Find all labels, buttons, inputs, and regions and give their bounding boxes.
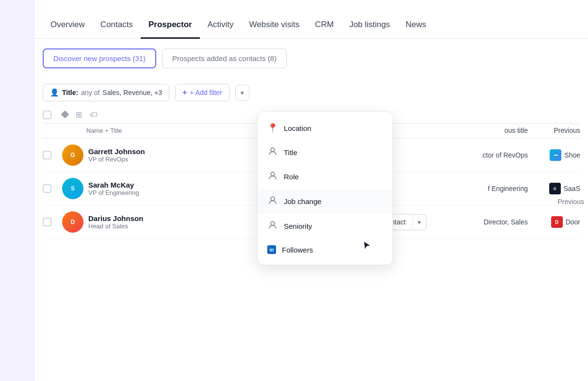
grid-plus-icon[interactable]: ⊞ (76, 110, 82, 119)
company-name: Shoe (564, 151, 580, 159)
filter-values: Sales, Revenue, +3 (102, 89, 162, 96)
tab-buttons: Discover new prospects (31) Prospects ad… (35, 39, 588, 78)
dropdown-item-role[interactable]: Role (258, 164, 392, 189)
select-all-checkbox[interactable] (43, 111, 51, 119)
svg-point-1 (271, 172, 275, 176)
tab-overview[interactable]: Overview (43, 20, 93, 39)
dropdown-item-label: Title (284, 148, 297, 157)
chevron-down-icon: ▾ (241, 89, 244, 96)
dropdown-item-label: Seniority (284, 222, 312, 230)
svg-point-3 (271, 222, 275, 225)
prev-title: f Engineering (413, 185, 528, 192)
filter-bar: 👤 Title: any of Sales, Revenue, +3 + + A… (35, 78, 588, 105)
added-btn[interactable]: Prospects added as contacts (8) (162, 48, 287, 68)
prev-company: D Door (532, 216, 580, 228)
chevron-down-icon: ▾ (418, 219, 421, 226)
svg-point-0 (271, 148, 275, 152)
person-icon (267, 221, 278, 232)
dropdown-item-label: Job change (284, 197, 322, 206)
tab-prospector[interactable]: Prospector (141, 20, 200, 39)
person-icon (267, 196, 278, 207)
plus-icon: + (182, 88, 187, 97)
location-icon: 📍 (267, 123, 278, 133)
prev-title: ctor of RevOps (413, 151, 528, 159)
add-contact-split-button[interactable]: ▾ (412, 214, 426, 230)
dropdown-item-label: Location (284, 124, 311, 132)
avatar: D (62, 211, 83, 233)
dropdown-item-label: Role (284, 173, 299, 181)
dropdown-item-followers[interactable]: in Followers (258, 238, 392, 261)
diamond-header-icon (62, 111, 68, 119)
filter-operator: any of (81, 89, 99, 96)
company-logo (550, 149, 561, 161)
dropdown-item-seniority[interactable]: Seniority (258, 214, 392, 238)
dropdown-item-title[interactable]: Title (258, 140, 392, 164)
person-title: Head of Sales (88, 222, 143, 230)
add-filter-button[interactable]: + + Add filter (175, 84, 229, 101)
dropdown-item-label: Followers (282, 246, 313, 254)
person-icon: 👤 (50, 88, 59, 97)
title-filter[interactable]: 👤 Title: any of Sales, Revenue, +3 (43, 84, 169, 101)
person-name: Darius Johnson (88, 214, 143, 222)
linkedin-icon: in (267, 245, 276, 254)
person-icon (267, 147, 278, 158)
company-name: Door (566, 218, 580, 226)
prev-title-col-header: ous title (450, 127, 528, 134)
prev-title: Director, Sales (436, 218, 528, 226)
previous-col-header: Previous (532, 127, 580, 134)
filter-label: Title: (62, 89, 78, 96)
person-name: Sarah McKay (88, 181, 139, 189)
person-title: VP of RevOps (88, 156, 145, 163)
add-filter-label: + Add filter (190, 89, 222, 96)
person-info: Sarah McKay VP of Engineering (88, 181, 139, 196)
previous-label: Previous (554, 194, 588, 209)
nav-tabs: Overview Contacts Prospector Activity We… (35, 0, 588, 39)
company-logo: D (551, 216, 563, 228)
company-logo: ⊙ (549, 183, 561, 194)
row3-checkbox[interactable] (43, 218, 51, 226)
tab-job-listings[interactable]: Job listings (342, 20, 398, 39)
person-name: Garrett Johnson (88, 147, 145, 156)
tab-contacts[interactable]: Contacts (93, 20, 141, 39)
person-title: VP of Engineering (88, 189, 139, 196)
svg-point-2 (271, 197, 275, 201)
sidebar-accent (0, 0, 35, 381)
avatar: S (62, 178, 83, 199)
dropdown-item-job-change[interactable]: Job change (258, 189, 392, 214)
tab-website-visits[interactable]: Website visits (242, 20, 308, 39)
company-name: SaaS (564, 185, 580, 192)
tab-crm[interactable]: CRM (307, 20, 342, 39)
avatar: G (62, 144, 83, 166)
tag-icon[interactable]: 🏷 (90, 111, 98, 119)
discover-btn[interactable]: Discover new prospects (31) (43, 48, 156, 68)
header-icons: ⊞ 🏷 (62, 110, 98, 119)
person-info: Garrett Johnson VP of RevOps (88, 147, 145, 163)
row1-checkbox[interactable] (43, 151, 51, 159)
add-filter-dropdown-menu: 📍 Location Title Role (257, 111, 393, 265)
person-icon (267, 171, 278, 182)
row2-checkbox[interactable] (43, 184, 51, 193)
prev-company: ⊙ SaaS (532, 183, 580, 194)
tab-news[interactable]: News (398, 20, 434, 39)
dropdown-item-location[interactable]: 📍 Location (258, 116, 392, 140)
tab-activity[interactable]: Activity (200, 20, 242, 39)
filter-dropdown-toggle[interactable]: ▾ (235, 85, 249, 101)
person-info: Darius Johnson Head of Sales (88, 214, 143, 230)
prev-company: Shoe (532, 149, 580, 161)
